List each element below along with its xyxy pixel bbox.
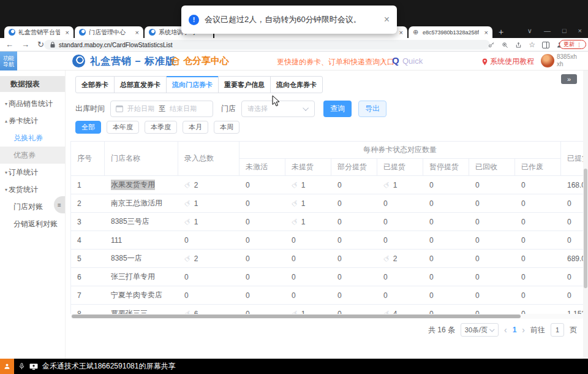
table-header: 序号 门店名称 录入总数 每种券卡状态对应数量 未激活 未提货 部分提货 已提货… xyxy=(71,141,584,176)
sidebar-item-rebate-reconciliation[interactable]: 分销返利对账 xyxy=(0,215,65,232)
app-header: 功能 导航 礼盒营销 – 标准版 仓分享中心 更快捷的券卡、订单和快递查询入口 … xyxy=(0,52,588,71)
page-scrollbar-thumb[interactable] xyxy=(584,169,587,288)
tab-close-icon[interactable]: × xyxy=(135,29,139,36)
microphone-icon xyxy=(18,362,25,370)
system-tutorial-link[interactable]: 系统使用教程 xyxy=(482,56,534,67)
table-row: 7宁夏羊肉专卖店000000000 xyxy=(71,286,584,305)
forward-icon[interactable]: → xyxy=(21,39,29,50)
quick-filter-month[interactable]: 本月 xyxy=(183,121,208,134)
count-link[interactable]: ☞1 xyxy=(383,180,397,189)
tab-warehouse-flow-cards[interactable]: 流向仓库券卡 xyxy=(271,77,322,93)
url-text: standard.maboy.cn/CardFlowStatisticsList xyxy=(59,42,172,48)
sidebar-item-product-sales[interactable]: ▾ 商品销售统计 xyxy=(0,95,65,112)
tab-close-icon[interactable]: × xyxy=(399,29,403,36)
count-cell: ☞6 xyxy=(178,305,239,314)
user-avatar[interactable] xyxy=(541,54,554,67)
zoom-icon[interactable] xyxy=(502,42,508,48)
toast-close-icon[interactable]: × xyxy=(384,14,390,25)
tutorial-label: 系统使用教程 xyxy=(490,56,534,67)
reload-icon[interactable]: ↻ xyxy=(37,39,44,50)
user-id: 8385xh xyxy=(557,53,577,61)
sidebar-item-card-stats[interactable]: ▴ 券卡统计 xyxy=(0,112,65,129)
count-link[interactable]: ☞1 xyxy=(292,309,305,314)
browser-tab-store-admin[interactable]: 门店管理中心 × xyxy=(75,26,143,38)
store-name-cell: 111 xyxy=(105,231,178,249)
sidebar-item-shipping-stats[interactable]: ▾ 发货统计 xyxy=(0,181,65,198)
browser-menu-icon[interactable]: ⋮ xyxy=(576,42,582,48)
store-name-cell: 水果发货专用 xyxy=(105,176,178,194)
count-cell: 0 xyxy=(331,268,377,286)
chrome-update-button[interactable]: 更新 ⋮ xyxy=(559,40,586,49)
quick-filter-year[interactable]: 本年度 xyxy=(107,121,139,134)
count-link[interactable]: ☞2 xyxy=(383,254,397,263)
bookmark-star-icon[interactable]: ☆ xyxy=(529,41,535,48)
count-value: 4 xyxy=(393,310,398,315)
count-link[interactable]: ☞2 xyxy=(184,180,198,189)
next-page-button[interactable]: › xyxy=(522,325,525,335)
sidebar-item-discount-coupon[interactable]: 优惠券 xyxy=(0,147,65,164)
page-size-select[interactable]: 30条/页 xyxy=(461,323,499,337)
address-bar[interactable]: standard.maboy.cn/CardFlowStatisticsList xyxy=(44,40,490,50)
new-tab-button[interactable]: + xyxy=(499,27,503,37)
count-cell: 0 xyxy=(239,305,285,314)
search-button[interactable]: 查询 xyxy=(323,101,352,117)
side-panel-icon[interactable] xyxy=(542,42,549,48)
tab-search-icon[interactable]: ∨ xyxy=(527,27,532,35)
back-icon[interactable]: ← xyxy=(6,39,13,50)
minimize-button[interactable]: — xyxy=(544,27,551,35)
share-icon[interactable] xyxy=(515,42,522,48)
tab-close-icon[interactable]: × xyxy=(484,29,488,36)
browser-tab-hash[interactable]: ⊕ e8c573980b1328a258fd2e618 × xyxy=(409,26,492,38)
tab-close-icon[interactable]: × xyxy=(66,29,69,36)
count-link[interactable]: ☞1 xyxy=(292,217,305,226)
count-link[interactable]: ☞1 xyxy=(184,199,198,208)
quick-label[interactable]: Quick xyxy=(402,56,423,66)
count-cell: ☞4 xyxy=(377,305,423,314)
collapse-panel-button[interactable]: » xyxy=(561,74,577,84)
sidebar-item-order-stats[interactable]: ▾ 订单统计 xyxy=(0,164,65,181)
quick-filter-quarter[interactable]: 本季度 xyxy=(145,121,177,134)
quick-filter-week[interactable]: 本周 xyxy=(214,121,239,134)
store-name-cell: 南京王总激活用 xyxy=(105,194,178,212)
mouse-cursor xyxy=(272,95,280,107)
count-cell: 0 xyxy=(285,231,331,249)
count-cell: ☞1 xyxy=(285,305,331,314)
export-button[interactable]: 导出 xyxy=(358,101,386,117)
count-link[interactable]: ☞1 xyxy=(184,217,198,226)
horizontal-scrollbar-thumb[interactable] xyxy=(72,315,521,318)
key-icon[interactable] xyxy=(488,42,495,48)
prev-page-button[interactable]: ‹ xyxy=(504,325,507,335)
app-logo xyxy=(72,55,85,67)
count-link[interactable]: ☞1 xyxy=(292,180,305,189)
count-link[interactable]: ☞1 xyxy=(292,199,305,208)
window-close-button[interactable]: × xyxy=(578,27,582,35)
quick-filter-all[interactable]: 全部 xyxy=(75,121,101,134)
sidebar-item-label: 兑换礼券 xyxy=(13,133,43,143)
tab-key-customers[interactable]: 重要客户信息 xyxy=(219,77,271,93)
date-range-input[interactable]: 开始日期 至 结束日期 xyxy=(110,101,213,117)
sidebar-item-exchange-coupon[interactable]: 兑换礼券 xyxy=(0,129,65,147)
count-cell: 0 xyxy=(239,286,285,304)
col-header-total: 录入总数 xyxy=(178,142,239,176)
tab-all-cards[interactable]: 全部券卡 xyxy=(76,77,115,93)
count-link[interactable]: ☞2 xyxy=(184,254,198,263)
page-number[interactable]: 1 xyxy=(513,326,517,334)
browser-tab-gift-admin[interactable]: 礼盒营销平台管理中心 × xyxy=(4,26,74,38)
count-link[interactable]: ☞6 xyxy=(184,309,198,314)
goto-page-input[interactable] xyxy=(551,323,564,337)
tab-hq-direct-cards[interactable]: 总部直发券卡 xyxy=(115,77,167,93)
warehouse-share-center-link[interactable]: 仓分享中心 xyxy=(170,55,229,67)
count-cell: 0 xyxy=(469,176,515,194)
horizontal-scrollbar xyxy=(70,314,584,319)
lock-icon xyxy=(50,42,55,48)
tab-store-flow-cards[interactable]: 流向门店券卡 xyxy=(167,77,219,93)
count-cell: ☞1 xyxy=(178,213,239,231)
count-link[interactable]: ☞4 xyxy=(383,309,397,314)
store-name: 南京王总激活用 xyxy=(111,198,162,208)
row-index-cell: 3 xyxy=(71,213,105,231)
maximize-button[interactable]: □ xyxy=(562,27,567,35)
function-nav-button[interactable]: 功能 导航 xyxy=(0,52,17,71)
quick-search-icon[interactable]: Q xyxy=(392,55,399,66)
page-unit-label: 页 xyxy=(570,325,577,335)
site-favicon xyxy=(79,29,86,36)
